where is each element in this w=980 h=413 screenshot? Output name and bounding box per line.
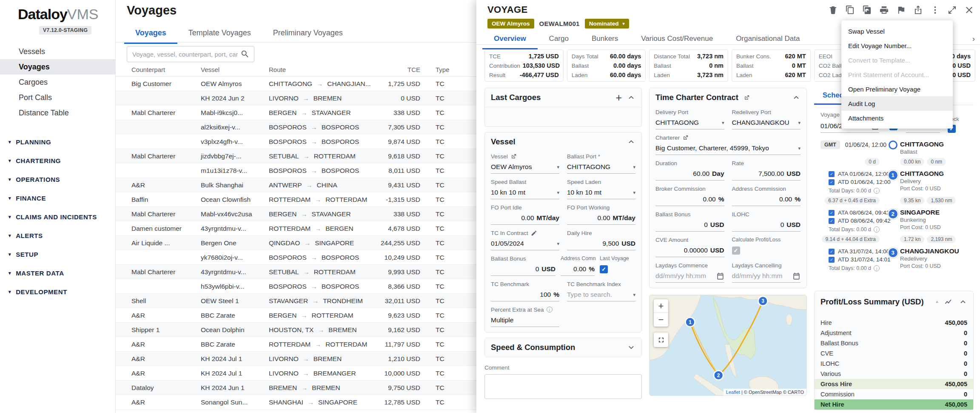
redelivery-port-select[interactable]: CHANGJIANGKOU▾ bbox=[732, 116, 801, 129]
calendar-icon[interactable] bbox=[792, 272, 801, 280]
column-route[interactable]: Route bbox=[269, 66, 373, 73]
rate-input[interactable]: 7,500.00USD bbox=[732, 167, 801, 181]
copy-icon[interactable] bbox=[845, 5, 855, 15]
tab-voyages[interactable]: Voyages bbox=[124, 25, 177, 44]
daily-hire-input[interactable]: 9,500USD bbox=[567, 237, 635, 250]
sidebar-section-operations[interactable]: ▾OPERATIONS bbox=[0, 170, 115, 189]
sidebar-section-setup[interactable]: ▾SETUP bbox=[0, 245, 115, 264]
charterer-select[interactable]: Big Customer, Charterer, 45999, Tokyo▾ bbox=[655, 142, 801, 155]
voyage-tab-organisational-data[interactable]: Organisational Data bbox=[724, 31, 811, 49]
voyage-tab-various-cost-revenue[interactable]: Various Cost/Revenue bbox=[630, 31, 724, 49]
print-icon[interactable] bbox=[879, 5, 889, 15]
tabs-scroll-right-icon[interactable]: › bbox=[972, 34, 975, 43]
menu-item-swap-vessel[interactable]: Swap Vessel bbox=[841, 24, 953, 38]
map-marker-1[interactable]: 1 bbox=[686, 318, 695, 327]
leaflet-link[interactable]: Leaflet bbox=[726, 390, 740, 395]
info-icon[interactable]: i bbox=[547, 307, 553, 313]
column-tce[interactable]: TCE bbox=[373, 66, 420, 73]
delete-icon[interactable] bbox=[828, 5, 838, 15]
add-cargo-button[interactable]: + bbox=[615, 92, 622, 103]
menu-item-attachments[interactable]: Attachments bbox=[841, 111, 953, 125]
collapse-icon[interactable] bbox=[792, 93, 801, 102]
speed-ballast-select[interactable]: 10 kn 10 mt▾ bbox=[491, 186, 559, 199]
ballast-port-select[interactable]: CHITTAGONG▾ bbox=[567, 161, 635, 174]
port-name[interactable]: SINGAPORE bbox=[900, 209, 971, 216]
tcc-ballast-bonus-input[interactable]: 0USD bbox=[655, 218, 724, 232]
voyage-tab-overview[interactable]: Overview bbox=[482, 31, 538, 49]
fo-port-idle-input[interactable]: 0.00MT/day bbox=[491, 212, 559, 225]
timezone-chip[interactable]: GMT bbox=[820, 141, 840, 149]
duration-input[interactable]: 60.00Day bbox=[655, 167, 724, 181]
tc-benchmark-input[interactable]: 100% bbox=[491, 288, 559, 301]
map-fullscreen-button[interactable] bbox=[654, 333, 668, 347]
delivery-port-select[interactable]: CHITTAGONG▾ bbox=[655, 116, 724, 129]
edit-contract-icon[interactable] bbox=[531, 230, 537, 236]
port-name[interactable]: CHITTAGONG bbox=[900, 141, 971, 148]
menu-item-edit-voyage-number[interactable]: Edit Voyage Number... bbox=[841, 38, 953, 53]
tc-in-contract-select[interactable]: 01/05/2024▾ bbox=[491, 237, 559, 250]
tab-preliminary-voyages[interactable]: Preliminary Voyages bbox=[262, 25, 354, 44]
line-chart-icon[interactable] bbox=[944, 298, 953, 306]
sidebar-item-voyages[interactable]: Voyages bbox=[0, 59, 115, 75]
actual-time-checkbox[interactable]: ✓ bbox=[829, 179, 835, 185]
column-counterpart[interactable]: Counterpart bbox=[131, 66, 201, 73]
bar-chart-icon[interactable] bbox=[936, 298, 938, 306]
calendar-icon[interactable] bbox=[716, 272, 724, 280]
actual-time-checkbox[interactable]: ✓ bbox=[829, 249, 835, 255]
map-marker-3[interactable]: 3 bbox=[758, 296, 768, 306]
info-icon[interactable]: i bbox=[874, 265, 880, 271]
info-icon[interactable]: i bbox=[874, 227, 880, 232]
sidebar-section-master-data[interactable]: ▾MASTER DATA bbox=[0, 264, 115, 282]
flag-icon[interactable] bbox=[896, 5, 906, 15]
broker-commission-input[interactable]: 0.00% bbox=[655, 193, 724, 206]
sidebar-section-claims-and-incidents[interactable]: ▾CLAIMS AND INCIDENTS bbox=[0, 207, 115, 226]
close-icon[interactable] bbox=[964, 5, 974, 15]
schedule-port-call[interactable]: ✓ATA 31/07/24, 14:00✓ATD 31/07/24, 14:01… bbox=[814, 245, 974, 272]
calculate-pl-checkbox[interactable]: ✓ bbox=[732, 247, 740, 255]
collapse-icon[interactable] bbox=[627, 93, 635, 102]
collapse-icon[interactable] bbox=[627, 138, 635, 146]
laydays-cancelling-input[interactable]: dd/mm/yy hh:mm bbox=[732, 270, 801, 283]
address-comn-input[interactable]: 0.00% bbox=[561, 263, 595, 276]
sidebar-section-planning[interactable]: ▾PLANNING bbox=[0, 132, 115, 151]
expand-icon[interactable] bbox=[947, 5, 957, 15]
sidebar-section-chartering[interactable]: ▾CHARTERING bbox=[0, 151, 115, 170]
sidebar-item-cargoes[interactable]: Cargoes bbox=[0, 75, 115, 90]
cve-amount-input[interactable]: 0.00000USD bbox=[655, 244, 724, 257]
share-icon[interactable] bbox=[913, 5, 923, 15]
ilohc-input[interactable]: 0USD bbox=[732, 218, 801, 232]
search-icon[interactable] bbox=[240, 49, 250, 59]
voyage-tab-bunkers[interactable]: Bunkers bbox=[580, 31, 630, 49]
sidebar-item-distance-table[interactable]: Distance Table bbox=[0, 105, 115, 120]
schedule-port-call[interactable]: ✓ATA 01/06/24, 12:00✓ATD 01/06/24, 12:00… bbox=[814, 167, 974, 195]
ballast-bonus-input[interactable]: 0USD bbox=[491, 263, 556, 276]
menu-item-open-preliminary-voyage[interactable]: Open Preliminary Voyage bbox=[841, 82, 953, 96]
sidebar-section-finance[interactable]: ▾FINANCE bbox=[0, 189, 115, 207]
actual-time-checkbox[interactable]: ✓ bbox=[829, 218, 835, 224]
collapse-icon[interactable] bbox=[959, 298, 967, 306]
sidebar-section-development[interactable]: ▾DEVELOPMENT bbox=[0, 282, 115, 301]
tc-benchmark-index-input[interactable]: Type to search.▾ bbox=[567, 288, 635, 301]
address-commission-input[interactable]: 0.00% bbox=[732, 193, 801, 206]
comment-input[interactable] bbox=[484, 374, 642, 399]
fo-port-working-input[interactable]: 0.00MT/day bbox=[567, 212, 635, 225]
vessel-select[interactable]: OEW Almyros▾ bbox=[491, 161, 559, 174]
duplicate-voyage-icon[interactable] bbox=[862, 5, 872, 15]
voyage-tab-cargo[interactable]: Cargo bbox=[538, 31, 580, 49]
port-name[interactable]: CHITTAGONG bbox=[900, 170, 971, 178]
zoom-in-button[interactable]: + bbox=[654, 299, 668, 313]
schedule-port-call[interactable]: ✓ATA 08/06/24, 09:42✓ATD 08/06/24, 09:42… bbox=[814, 206, 974, 233]
percent-extra-input[interactable]: Multiple bbox=[491, 314, 559, 327]
open-contract-icon[interactable] bbox=[744, 95, 750, 101]
open-vessel-icon[interactable] bbox=[510, 153, 517, 160]
sidebar-section-alerts[interactable]: ▾ALERTS bbox=[0, 226, 115, 245]
zoom-out-button[interactable]: − bbox=[654, 313, 668, 327]
actual-time-checkbox[interactable]: ✓ bbox=[829, 171, 835, 177]
tab-template-voyages[interactable]: Template Voyages bbox=[177, 25, 262, 44]
map-marker-2[interactable]: 2 bbox=[714, 370, 723, 380]
open-charterer-icon[interactable] bbox=[682, 135, 689, 141]
actual-time-checkbox[interactable]: ✓ bbox=[829, 257, 835, 263]
laydays-commence-input[interactable]: dd/mm/yy hh:mm bbox=[655, 270, 724, 283]
info-icon[interactable]: i bbox=[874, 188, 880, 194]
status-dropdown[interactable]: Nominated▾ bbox=[585, 19, 629, 29]
